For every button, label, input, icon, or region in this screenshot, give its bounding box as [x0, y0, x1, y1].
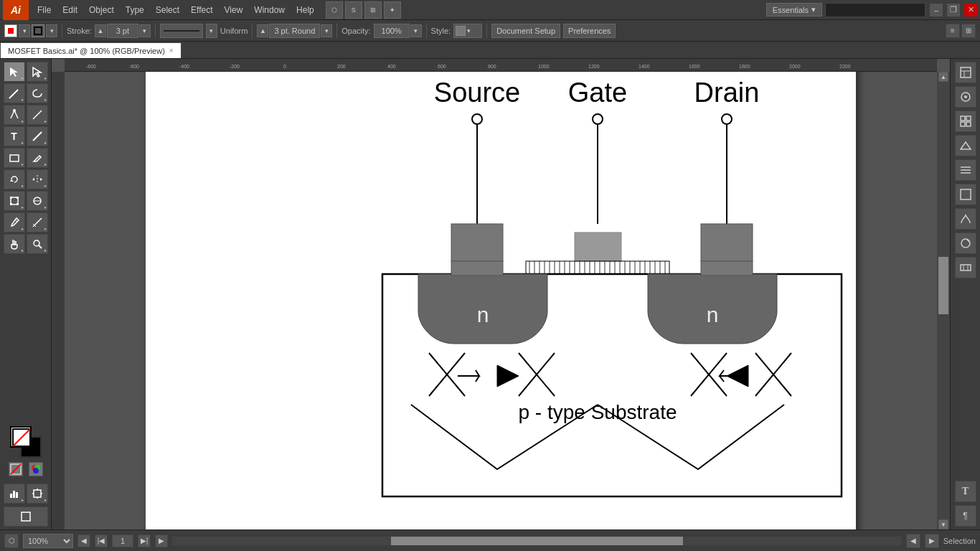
menu-file[interactable]: File — [32, 0, 57, 20]
scroll-up-button[interactable]: ▲ — [938, 72, 948, 82]
panel-icon-3[interactable] — [955, 110, 976, 132]
stroke-cap-select[interactable]: 3 pt. Round — [269, 24, 320, 38]
panel-icon-4[interactable] — [955, 135, 976, 156]
line-tool[interactable]: ▸ — [27, 126, 48, 146]
svg-text:0: 0 — [283, 64, 286, 69]
divider-4 — [336, 24, 337, 38]
menu-object[interactable]: Object — [83, 0, 120, 20]
restore-button[interactable]: ❐ — [947, 4, 960, 17]
panel-icon-text[interactable]: T — [955, 481, 976, 502]
essentials-button[interactable]: Essentials ▾ — [766, 3, 822, 17]
panel-icon-1[interactable] — [955, 62, 976, 83]
tab-close-button[interactable]: × — [169, 47, 174, 55]
shape-builder-tool[interactable]: ▸ — [27, 191, 48, 211]
close-button[interactable]: ✕ — [964, 4, 977, 17]
horizontal-scroll-thumb[interactable] — [391, 537, 683, 545]
panel-options-icon[interactable]: ≡ — [946, 24, 960, 38]
panel-icon-para[interactable]: ¶ — [955, 505, 976, 527]
next-page-button[interactable]: ▶ — [155, 534, 168, 547]
selection-tool[interactable]: ▸ — [4, 62, 25, 82]
opacity-label: Opacity: — [341, 27, 370, 35]
menu-edit[interactable]: Edit — [57, 0, 83, 20]
scroll-left-button[interactable]: ◀ — [906, 534, 920, 548]
menu-effect[interactable]: Effect — [185, 0, 218, 20]
svg-point-2 — [13, 109, 16, 112]
panel-icon-7[interactable] — [955, 208, 976, 230]
magic-wand-tool[interactable]: ▸ — [4, 83, 25, 103]
document-setup-button[interactable]: Document Setup — [491, 24, 560, 38]
style-select[interactable]: ▾ — [453, 24, 482, 38]
arrange-icon[interactable]: ⊞ — [961, 24, 976, 38]
hand-tool[interactable]: ▸ — [4, 234, 25, 254]
panel-icon-9[interactable] — [955, 257, 976, 278]
ruler-left: -200 0 200 400 600 800 1000 1200 1400 16… — [52, 72, 65, 529]
prev-page-button[interactable]: ◀ — [77, 534, 90, 547]
scroll-down-button[interactable]: ▼ — [938, 519, 948, 529]
search-input[interactable] — [825, 3, 925, 17]
stroke-width-input[interactable] — [107, 24, 138, 38]
color-mode-swatch[interactable] — [29, 462, 43, 476]
svg-text:-800: -800 — [86, 64, 96, 69]
scroll-thumb[interactable] — [938, 257, 948, 314]
minimize-button[interactable]: – — [930, 4, 943, 17]
pen-tool[interactable]: ▸ — [4, 105, 25, 125]
menu-window[interactable]: Window — [248, 0, 291, 20]
last-page-button[interactable]: ▶| — [138, 534, 151, 547]
menu-help[interactable]: Help — [291, 0, 320, 20]
svg-rect-29 — [13, 491, 15, 498]
tab-bar: MOSFET Basics.ai* @ 100% (RGB/Preview) × — [0, 42, 980, 59]
pencil-tool[interactable]: ▸ — [27, 148, 48, 168]
mode-icon-1[interactable]: ⬡ — [326, 1, 343, 19]
document-tab[interactable]: MOSFET Basics.ai* @ 100% (RGB/Preview) × — [0, 42, 182, 58]
rectangle-tool[interactable]: ▸ — [4, 148, 25, 168]
measure-tool[interactable]: ▸ — [27, 212, 48, 232]
menu-type[interactable]: Type — [120, 0, 150, 20]
first-page-button[interactable]: |◀ — [95, 534, 108, 547]
panel-icon-8[interactable] — [955, 232, 976, 254]
zoom-select[interactable]: 100% 50% 200% 75% — [23, 534, 73, 548]
anchor-point-tool[interactable]: ▸ — [27, 105, 48, 125]
none-swatch[interactable] — [9, 462, 23, 476]
mode-icon-3[interactable]: ⊞ — [364, 1, 382, 19]
svg-text:1400: 1400 — [639, 64, 650, 69]
stroke-style-preview[interactable] — [160, 24, 203, 38]
mode-icon-4[interactable]: ✦ — [384, 1, 401, 19]
reflect-tool[interactable]: ▸ — [27, 169, 48, 189]
tool-row-4: T ▸ ▸ — [4, 126, 48, 146]
zoom-tool[interactable]: ▸ — [27, 234, 48, 254]
free-transform-tool[interactable]: ▸ — [4, 191, 25, 211]
opacity-input[interactable] — [374, 24, 410, 38]
scroll-right-button[interactable]: ▶ — [925, 534, 939, 548]
panel-icon-5[interactable] — [955, 159, 976, 181]
page-number-input[interactable] — [112, 534, 133, 547]
lasso-tool[interactable]: ▸ — [27, 83, 48, 103]
menu-view[interactable]: View — [219, 0, 249, 20]
graph-tool[interactable]: ▸ — [4, 484, 25, 504]
type-tool[interactable]: T ▸ — [4, 126, 25, 146]
menu-select[interactable]: Select — [150, 0, 185, 20]
tool-row-2: ▸ ▸ — [4, 83, 48, 103]
panel-icon-2[interactable] — [955, 86, 976, 108]
source-label: Source — [434, 77, 520, 108]
preferences-button[interactable]: Preferences — [563, 24, 616, 38]
main-layout: ▸ ▸ ▸ ▸ ▸ ▸ — [0, 59, 980, 529]
artboard-icon[interactable]: ⬡ — [4, 534, 19, 548]
mode-icon-2[interactable]: S — [345, 1, 362, 19]
gate-oxide-hatch — [529, 261, 665, 274]
svg-rect-12 — [10, 203, 12, 205]
svg-marker-8 — [40, 178, 42, 181]
slice-tool[interactable] — [4, 507, 48, 527]
svg-rect-99 — [966, 116, 971, 121]
stroke-style-dropdown[interactable]: ▾ — [206, 24, 217, 38]
tool-row-3: ▸ ▸ — [4, 105, 48, 125]
direct-selection-tool[interactable]: ▸ — [27, 62, 48, 82]
svg-marker-7 — [32, 178, 34, 181]
options-bar: ▾ ▾ Stroke: ▲ ▾ ▾ Uniform ▲ 3 pt. Round … — [0, 20, 980, 42]
artboard-tool[interactable]: ▸ — [27, 484, 48, 504]
eyedropper-tool[interactable]: ▸ — [4, 212, 25, 232]
foreground-color-swatch[interactable] — [10, 426, 32, 448]
rotate-tool[interactable]: ▸ — [4, 169, 25, 189]
panel-icon-6[interactable] — [955, 184, 976, 205]
color-area — [4, 422, 47, 481]
svg-text:1800: 1800 — [739, 64, 750, 69]
